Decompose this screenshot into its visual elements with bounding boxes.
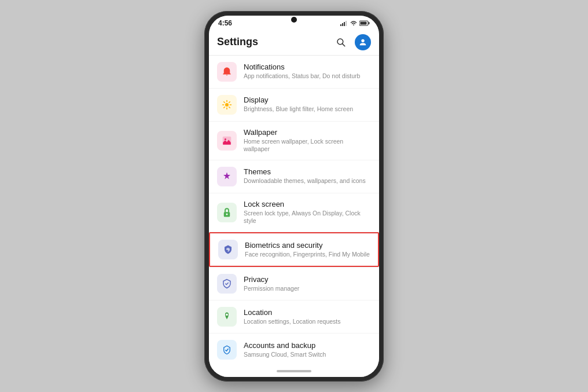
biometrics-icon-wrapper <box>218 240 238 259</box>
display-icon <box>222 100 232 110</box>
settings-item-accounts[interactable]: Accounts and backup Samsung Cloud, Smart… <box>209 334 379 365</box>
themes-subtitle: Downloadable themes, wallpapers, and ico… <box>244 177 371 185</box>
privacy-icon <box>222 279 232 289</box>
svg-line-15 <box>224 101 225 102</box>
themes-title: Themes <box>244 167 371 176</box>
wifi-icon <box>350 20 357 26</box>
status-icons <box>340 20 370 26</box>
accounts-icon-wrapper <box>217 340 237 360</box>
notifications-subtitle: App notifications, Status bar, Do not di… <box>244 72 371 80</box>
svg-rect-1 <box>342 23 343 26</box>
svg-point-20 <box>225 138 226 140</box>
status-time: 4:56 <box>218 19 232 27</box>
svg-point-9 <box>361 39 364 42</box>
biometrics-subtitle: Face recognition, Fingerprints, Find My … <box>245 251 370 259</box>
privacy-icon-wrapper <box>217 274 237 294</box>
settings-item-privacy[interactable]: Privacy Permission manager <box>209 268 379 300</box>
location-title: Location <box>244 308 371 317</box>
svg-line-17 <box>229 101 230 102</box>
lock-screen-icon-wrapper <box>217 203 237 222</box>
themes-icon-wrapper <box>217 167 237 186</box>
svg-line-16 <box>229 107 230 108</box>
biometrics-icon <box>223 244 233 255</box>
settings-item-themes[interactable]: Themes Downloadable themes, wallpapers, … <box>209 160 379 193</box>
avatar[interactable] <box>355 34 371 50</box>
location-text: Location Location settings, Location req… <box>244 308 371 326</box>
location-icon-wrapper <box>217 307 237 327</box>
phone-screen: 4:56 <box>209 16 379 377</box>
phone-device: 4:56 <box>204 11 384 382</box>
battery-icon <box>359 20 370 26</box>
accounts-title: Accounts and backup <box>244 341 371 350</box>
lock-screen-text: Lock screen Screen lock type, Always On … <box>244 200 371 225</box>
themes-icon <box>222 171 232 182</box>
lock-screen-subtitle: Screen lock type, Always On Display, Clo… <box>244 210 371 225</box>
svg-line-18 <box>224 107 225 108</box>
home-bar <box>209 365 379 377</box>
accounts-subtitle: Samsung Cloud, Smart Switch <box>244 351 371 359</box>
biometrics-text: Biometrics and security Face recognition… <box>245 241 370 259</box>
settings-item-biometrics[interactable]: Biometrics and security Face recognition… <box>209 232 379 267</box>
notifications-title: Notifications <box>244 63 371 71</box>
settings-item-wallpaper[interactable]: Wallpaper Home screen wallpaper, Lock sc… <box>209 122 379 160</box>
search-button[interactable] <box>333 34 349 50</box>
notifications-icon <box>222 67 232 77</box>
display-title: Display <box>244 96 371 104</box>
wallpaper-title: Wallpaper <box>244 128 371 137</box>
svg-rect-2 <box>344 22 345 26</box>
location-subtitle: Location settings, Location requests <box>244 318 371 326</box>
notifications-text: Notifications App notifications, Status … <box>244 63 371 80</box>
location-icon <box>222 312 232 322</box>
accounts-text: Accounts and backup Samsung Cloud, Smart… <box>244 341 371 359</box>
settings-item-lock-screen[interactable]: Lock screen Screen lock type, Always On … <box>209 193 379 232</box>
svg-line-8 <box>343 43 345 46</box>
app-header: Settings <box>209 30 379 56</box>
svg-rect-3 <box>346 21 347 26</box>
accounts-icon <box>222 345 232 355</box>
display-text: Display Brightness, Blue light filter, H… <box>244 96 371 113</box>
svg-point-24 <box>226 313 228 316</box>
camera-notch <box>291 17 297 23</box>
signal-icon <box>340 20 348 26</box>
wallpaper-icon <box>222 135 232 146</box>
wallpaper-subtitle: Home screen wallpaper, Lock screen wallp… <box>244 138 371 153</box>
settings-item-location[interactable]: Location Location settings, Location req… <box>209 301 379 333</box>
svg-rect-6 <box>361 21 367 24</box>
header-icons <box>333 34 371 50</box>
home-indicator <box>277 370 311 372</box>
privacy-subtitle: Permission manager <box>244 285 371 293</box>
svg-rect-0 <box>340 24 341 26</box>
wallpaper-icon-wrapper <box>217 131 237 151</box>
lock-screen-title: Lock screen <box>244 200 371 208</box>
svg-point-23 <box>227 249 229 250</box>
svg-rect-5 <box>369 22 370 24</box>
themes-text: Themes Downloadable themes, wallpapers, … <box>244 167 371 185</box>
display-subtitle: Brightness, Blue light filter, Home scre… <box>244 105 371 113</box>
biometrics-title: Biometrics and security <box>245 241 370 250</box>
app-title: Settings <box>217 36 258 48</box>
privacy-text: Privacy Permission manager <box>244 275 371 293</box>
svg-point-10 <box>225 103 229 107</box>
search-icon <box>336 37 346 47</box>
settings-item-display[interactable]: Display Brightness, Blue light filter, H… <box>209 89 379 121</box>
display-icon-wrapper <box>217 95 237 115</box>
avatar-icon <box>358 38 368 47</box>
lock-screen-icon <box>222 207 232 218</box>
privacy-title: Privacy <box>244 275 371 284</box>
notifications-icon-wrapper <box>217 62 237 82</box>
settings-list: Notifications App notifications, Status … <box>209 56 379 365</box>
settings-item-notifications[interactable]: Notifications App notifications, Status … <box>209 56 379 88</box>
wallpaper-text: Wallpaper Home screen wallpaper, Lock sc… <box>244 128 371 153</box>
svg-point-22 <box>226 213 228 215</box>
